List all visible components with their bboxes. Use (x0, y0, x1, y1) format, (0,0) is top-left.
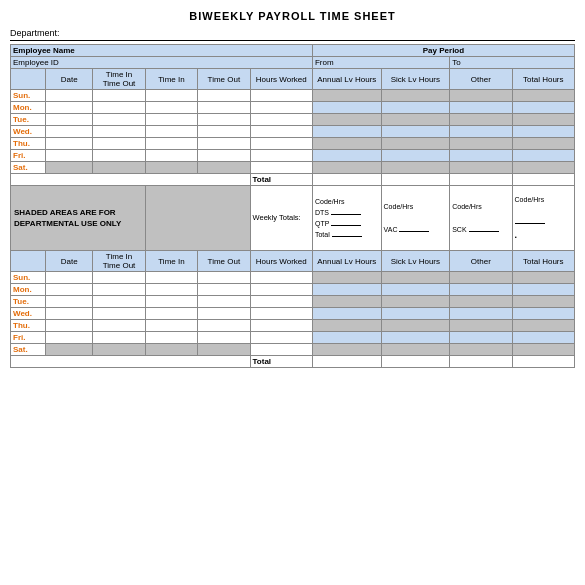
timeout2-thu2 (198, 320, 250, 332)
total-row-week2: Total (11, 356, 575, 368)
annual-mon2 (312, 284, 381, 296)
timein2-thu2 (145, 320, 197, 332)
annual-sat1 (312, 162, 381, 174)
annual-tue1 (312, 114, 381, 126)
annual-sun2 (312, 272, 381, 284)
date-sat1 (45, 162, 92, 174)
dts-label: DTS (315, 209, 329, 216)
hours-worked-col-header2: Hours Worked (250, 251, 312, 272)
annual-fri1 (312, 150, 381, 162)
total-sun2 (512, 272, 574, 284)
hours-thu2 (250, 320, 312, 332)
time-in2-col-header: Time In (145, 69, 197, 90)
total-row-week1: Total (11, 174, 575, 186)
sick-tue2 (381, 296, 450, 308)
timeout2-sun2 (198, 272, 250, 284)
other-fri1 (450, 150, 512, 162)
total-sick2 (381, 356, 450, 368)
total-code-val (332, 236, 362, 237)
other-sun2 (450, 272, 512, 284)
table-row: Fri. (11, 150, 575, 162)
hours-sat2 (250, 344, 312, 356)
timeout2-fri2 (198, 332, 250, 344)
annual-tue2 (312, 296, 381, 308)
timein2-fri2 (145, 332, 197, 344)
timein2-fri1 (145, 150, 197, 162)
timein-sun1 (93, 90, 145, 102)
total-sat1 (512, 162, 574, 174)
shaded-spacer (145, 186, 250, 251)
other-wed1 (450, 126, 512, 138)
qtp-label: QTP (315, 220, 329, 227)
timein2-mon2 (145, 284, 197, 296)
timeout2-thu1 (198, 138, 250, 150)
table-row: Sun. (11, 90, 575, 102)
date-fri1 (45, 150, 92, 162)
table-row: Wed. (11, 126, 575, 138)
total-hours-col-header: Total Hours (512, 69, 574, 90)
sick-thu2 (381, 320, 450, 332)
timein2-wed2 (145, 308, 197, 320)
sick-sun2 (381, 272, 450, 284)
total-label-week2: Total (250, 356, 312, 368)
other-col-header2: Other (450, 251, 512, 272)
sick-wed1 (381, 126, 450, 138)
code-hrs-col2: Code/Hrs VAC (381, 186, 450, 251)
total-fri1 (512, 150, 574, 162)
code-total-col: Code/Hrs . (512, 186, 574, 251)
table-row: Sun. (11, 272, 575, 284)
day-mon1: Mon. (11, 102, 46, 114)
table-row: Tue. (11, 114, 575, 126)
timein2-thu1 (145, 138, 197, 150)
total-annual2 (312, 356, 381, 368)
timein-mon2 (93, 284, 145, 296)
date-tue1 (45, 114, 92, 126)
timein-sat1 (93, 162, 145, 174)
timein2-mon1 (145, 102, 197, 114)
to-header: To (450, 57, 575, 69)
timein-thu2 (93, 320, 145, 332)
total-spacer2 (11, 356, 251, 368)
timeout2-fri1 (198, 150, 250, 162)
total-thu2 (512, 320, 574, 332)
total-sat2 (512, 344, 574, 356)
date-fri2 (45, 332, 92, 344)
day-wed1: Wed. (11, 126, 46, 138)
timein-sun2 (93, 272, 145, 284)
day-sun2: Sun. (11, 272, 46, 284)
sick-mon1 (381, 102, 450, 114)
day-wed2: Wed. (11, 308, 46, 320)
annual-thu2 (312, 320, 381, 332)
other-col-header: Other (450, 69, 512, 90)
code-hrs-label2: Code/Hrs (384, 203, 414, 210)
code-total-val (515, 223, 545, 224)
department-label: Department: (10, 28, 60, 38)
pay-period-header: Pay Period (312, 45, 574, 57)
total-label-week1: Total (250, 174, 312, 186)
dot-val: . (515, 230, 518, 240)
total-annual1 (312, 174, 381, 186)
day-sat1: Sat. (11, 162, 46, 174)
page-title: BIWEEKLY PAYROLL TIME SHEET (10, 10, 575, 22)
total-wed2 (512, 308, 574, 320)
employee-id-header: Employee ID (11, 57, 313, 69)
code-hrs-col1: Code/Hrs DTS QTP Total (312, 186, 381, 251)
timeout2-tue1 (198, 114, 250, 126)
table-row: Mon. (11, 284, 575, 296)
table-row: Sat. (11, 162, 575, 174)
week2-col-headers: Date Time InTime Out Time In Time Out Ho… (11, 251, 575, 272)
timein-tue1 (93, 114, 145, 126)
total-tue1 (512, 114, 574, 126)
date-wed2 (45, 308, 92, 320)
hours-mon1 (250, 102, 312, 114)
sick-tue1 (381, 114, 450, 126)
code-hrs-label4: Code/Hrs (515, 196, 545, 203)
hours-worked-col-header: Hours Worked (250, 69, 312, 90)
hours-mon2 (250, 284, 312, 296)
total-fri2 (512, 332, 574, 344)
day-sun1: Sun. (11, 90, 46, 102)
other-mon2 (450, 284, 512, 296)
total-mon2 (512, 284, 574, 296)
annual-wed2 (312, 308, 381, 320)
sick-sat2 (381, 344, 450, 356)
